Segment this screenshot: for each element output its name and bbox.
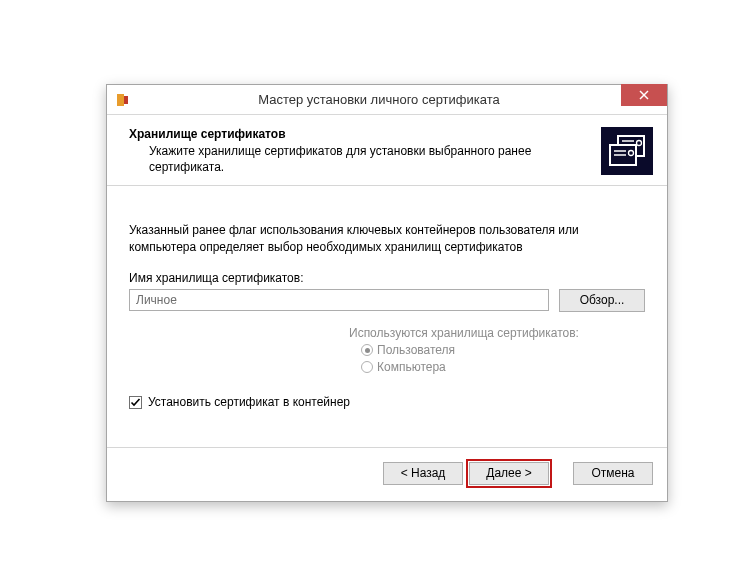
titlebar: Мастер установки личного сертификата	[107, 85, 667, 115]
window-title: Мастер установки личного сертификата	[131, 92, 627, 107]
checkbox-label: Установить сертификат в контейнер	[148, 395, 350, 409]
app-icon	[115, 92, 131, 108]
close-button[interactable]	[621, 84, 667, 106]
info-text: Указанный ранее флаг использования ключе…	[129, 222, 645, 254]
radio-user-label: Пользователя	[377, 342, 455, 359]
svg-rect-1	[124, 96, 128, 104]
storage-type-group: Используются хранилища сертификатов: Пол…	[349, 326, 645, 376]
cancel-button[interactable]: Отмена	[573, 462, 653, 485]
radio-computer: Компьютера	[361, 359, 645, 376]
storage-type-label: Используются хранилища сертификатов:	[349, 326, 645, 340]
storage-name-label: Имя хранилища сертификатов:	[129, 271, 645, 285]
wizard-body: Указанный ранее флаг использования ключе…	[107, 186, 667, 448]
install-in-container-checkbox[interactable]: Установить сертификат в контейнер	[129, 395, 645, 409]
back-button[interactable]: < Назад	[383, 462, 463, 485]
radio-user-icon	[361, 344, 373, 356]
svg-point-7	[637, 141, 642, 146]
wizard-header: Хранилище сертификатов Укажите хранилище…	[107, 115, 667, 185]
svg-rect-0	[117, 94, 124, 106]
radio-user: Пользователя	[361, 342, 645, 359]
storage-name-row: Личное Обзор...	[129, 289, 645, 312]
header-title: Хранилище сертификатов	[129, 127, 601, 141]
wizard-footer: < Назад Далее > Отмена	[107, 448, 667, 498]
radio-computer-label: Компьютера	[377, 359, 446, 376]
browse-button[interactable]: Обзор...	[559, 289, 645, 312]
checkbox-icon	[129, 396, 142, 409]
radio-computer-icon	[361, 361, 373, 373]
header-text: Хранилище сертификатов Укажите хранилище…	[121, 125, 601, 175]
header-description: Укажите хранилище сертификатов для устан…	[149, 143, 591, 175]
wizard-window: Мастер установки личного сертификата Хра…	[106, 84, 668, 502]
certificate-icon	[601, 127, 653, 175]
next-button[interactable]: Далее >	[469, 462, 549, 485]
storage-name-input[interactable]: Личное	[129, 289, 549, 311]
